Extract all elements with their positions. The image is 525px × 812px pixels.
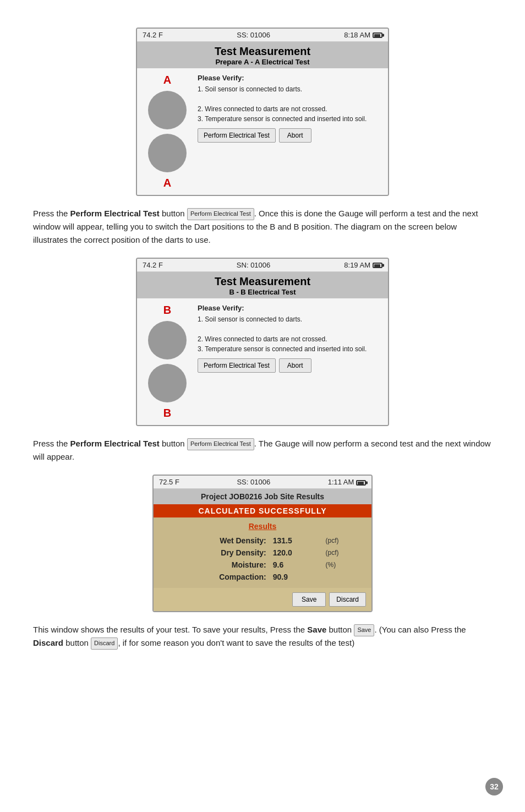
- wet-density-value: 131.5: [270, 535, 320, 546]
- results-label: Results: [162, 522, 363, 531]
- wet-density-label: Wet Density:: [163, 535, 269, 546]
- time-2: 8:19 AM: [344, 261, 382, 269]
- para3-bold1: Save: [307, 625, 326, 634]
- dart-shape-bottom-1: [148, 134, 187, 172]
- temp-1: 74.2 F: [143, 31, 163, 39]
- device-info-1: Please Verify: 1. Soil sensor is connect…: [198, 74, 382, 189]
- moisture-value: 9.6: [270, 559, 320, 570]
- verify-item-2-3: 3. Temperature sensor is connected and i…: [198, 344, 382, 354]
- results-temp: 72.5 F: [159, 478, 179, 486]
- device-window-1: 74.2 F SS: 01006 8:18 AM Test Measuremen…: [136, 28, 389, 196]
- results-serial: SS: 01006: [237, 478, 270, 486]
- results-calc-bar: CALCULATED SUCCESSFULLY: [154, 504, 371, 517]
- diagram-1: A A: [143, 74, 192, 189]
- abort-button-2[interactable]: Abort: [279, 358, 311, 373]
- serial-1: SS: 01006: [237, 31, 270, 39]
- para2-bold: Perform Electrical Test: [70, 439, 160, 448]
- title-bar-2: Test Measurement B - B Electrical Test: [137, 272, 388, 298]
- para3-inline-save: Save: [354, 624, 374, 636]
- verify-item-1-3: 3. Temperature sensor is connected and i…: [198, 114, 382, 124]
- device-body-2: B B Please Verify: 1. Soil sensor is con…: [137, 298, 388, 425]
- device-info-2: Please Verify: 1. Soil sensor is connect…: [198, 304, 382, 419]
- para1-bold: Perform Electrical Test: [70, 209, 160, 218]
- battery-icon-3: [356, 480, 366, 486]
- para1-prefix: Press the: [33, 209, 70, 218]
- calc-status: CALCULATED SUCCESSFULLY: [198, 506, 326, 515]
- verify-item-2-1: 1. Soil sensor is connected to darts.: [198, 314, 382, 324]
- dry-density-value: 120.0: [270, 547, 320, 558]
- window3-wrapper: 72.5 F SS: 01006 1:11 AM Project JOB0216…: [33, 475, 492, 612]
- status-bar-2: 74.2 F SN: 01006 8:19 AM: [137, 259, 388, 272]
- project-title: Project JOB0216 Job Site Results: [201, 492, 324, 501]
- window-title-1: Test Measurement: [139, 45, 386, 58]
- verify-item-2-2: 2. Wires connected to darts are not cros…: [198, 334, 382, 344]
- para2-inline-btn: Perform Electrical Test: [187, 438, 254, 450]
- results-time: 1:11 AM: [328, 478, 366, 486]
- temp-2: 74.2 F: [143, 261, 163, 269]
- dry-density-unit: (pcf): [321, 547, 362, 558]
- para3-text4: button: [63, 638, 91, 647]
- dart-bottom-label-2: B: [163, 407, 171, 419]
- para3-bold2: Discard: [33, 638, 63, 647]
- dart-shape-top-2: [148, 321, 187, 359]
- results-project-bar: Project JOB0216 Job Site Results: [154, 489, 371, 504]
- status-bar-1: 74.2 F SS: 01006 8:18 AM: [137, 29, 388, 42]
- save-button[interactable]: Save: [292, 592, 326, 607]
- please-verify-2: Please Verify:: [198, 304, 382, 312]
- dart-top-label-2: B: [163, 304, 171, 317]
- results-table: Wet Density: 131.5 (pcf) Dry Density: 12…: [162, 534, 363, 584]
- time-1: 8:18 AM: [344, 31, 382, 39]
- perform-test-button-2[interactable]: Perform Electrical Test: [198, 358, 276, 373]
- dry-density-label: Dry Density:: [163, 547, 269, 558]
- device-buttons-2: Perform Electrical Test Abort: [198, 358, 382, 373]
- wet-density-unit: (pcf): [321, 535, 362, 546]
- window1-wrapper: 74.2 F SS: 01006 8:18 AM Test Measuremen…: [33, 28, 492, 196]
- verify-item-1-1: 1. Soil sensor is connected to darts.: [198, 84, 382, 94]
- moisture-label: Moisture:: [163, 559, 269, 570]
- device-buttons-1: Perform Electrical Test Abort: [198, 128, 382, 143]
- compaction-unit: [321, 571, 362, 582]
- page-number: 32: [485, 778, 503, 795]
- window-subtitle-1: Prepare A - A Electrical Test: [139, 58, 386, 66]
- window2-wrapper: 74.2 F SN: 01006 8:19 AM Test Measuremen…: [33, 258, 492, 426]
- serial-2: SN: 01006: [237, 261, 270, 269]
- please-verify-1: Please Verify:: [198, 74, 382, 82]
- window-subtitle-2: B - B Electrical Test: [139, 288, 386, 296]
- abort-button-1[interactable]: Abort: [279, 128, 311, 143]
- table-row-wet-density: Wet Density: 131.5 (pcf): [163, 535, 362, 546]
- para1-middle: button: [160, 209, 187, 218]
- para3-inline-discard: Discard: [91, 637, 118, 650]
- para1-inline-btn: Perform Electrical Test: [187, 208, 254, 220]
- verify-list-1: 1. Soil sensor is connected to darts. 2.…: [198, 84, 382, 124]
- compaction-label: Compaction:: [163, 571, 269, 582]
- discard-button[interactable]: Discard: [329, 592, 366, 607]
- results-window: 72.5 F SS: 01006 1:11 AM Project JOB0216…: [152, 475, 373, 612]
- para3-text1: This window shows the results of your te…: [33, 625, 307, 634]
- paragraph-1: Press the Perform Electrical Test button…: [33, 207, 492, 247]
- dart-top-label-1: A: [163, 74, 171, 86]
- verify-list-2: 1. Soil sensor is connected to darts. 2.…: [198, 314, 382, 354]
- window-title-2: Test Measurement: [139, 275, 386, 288]
- compaction-value: 90.9: [270, 571, 320, 582]
- paragraph-3: This window shows the results of your te…: [33, 623, 492, 650]
- dart-shape-top-1: [148, 91, 187, 129]
- table-row-dry-density: Dry Density: 120.0 (pcf): [163, 547, 362, 558]
- results-inner: Results Wet Density: 131.5 (pcf) Dry Den…: [154, 517, 371, 588]
- device-window-2: 74.2 F SN: 01006 8:19 AM Test Measuremen…: [136, 258, 389, 426]
- table-row-compaction: Compaction: 90.9: [163, 571, 362, 582]
- perform-test-button-1[interactable]: Perform Electrical Test: [198, 128, 276, 143]
- results-action-row: Save Discard: [154, 588, 371, 611]
- paragraph-2: Press the Perform Electrical Test button…: [33, 437, 492, 464]
- device-body-1: A A Please Verify: 1. Soil sensor is con…: [137, 68, 388, 195]
- battery-icon-1: [373, 32, 382, 38]
- para3-text5: , if for some reason you don't want to s…: [118, 638, 354, 647]
- dart-shape-bottom-2: [148, 364, 187, 402]
- dart-bottom-label-1: A: [163, 177, 171, 189]
- title-bar-1: Test Measurement Prepare A - A Electrica…: [137, 42, 388, 68]
- table-row-moisture: Moisture: 9.6 (%): [163, 559, 362, 570]
- para2-prefix: Press the: [33, 439, 70, 448]
- diagram-2: B B: [143, 304, 192, 419]
- para2-middle: button: [160, 439, 187, 448]
- results-status-bar: 72.5 F SS: 01006 1:11 AM: [154, 476, 371, 489]
- verify-item-1-2: 2. Wires connected to darts are not cros…: [198, 104, 382, 114]
